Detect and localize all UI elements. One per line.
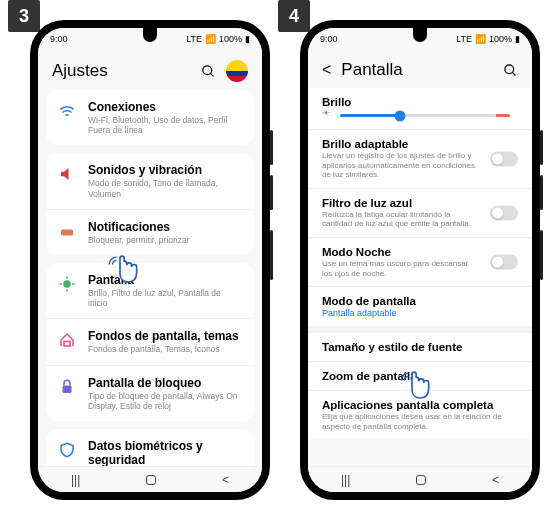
sun-icon: ☀ bbox=[322, 108, 330, 118]
nav-bar: ||| < bbox=[308, 466, 532, 492]
settings-row-pantalla[interactable]: PantallaBrillo, Filtro de luz azul, Pant… bbox=[46, 263, 254, 319]
row-sub: Fondos de pantalla, Temas, Íconos bbox=[88, 344, 242, 354]
svg-rect-8 bbox=[64, 342, 70, 347]
app-header: < Pantalla bbox=[308, 50, 532, 88]
settings-row-notificaciones[interactable]: NotificacionesBloquear, permitir, priori… bbox=[46, 210, 254, 255]
row-modo-noche[interactable]: Modo Noche Use un tema más oscuro para d… bbox=[308, 238, 532, 287]
step-badge-3: 3 bbox=[8, 0, 40, 32]
settings-row-fondos[interactable]: Fondos de pantalla, temasFondos de panta… bbox=[46, 319, 254, 365]
row-sub: Wi-Fi, Bluetooth, Uso de datos, Perfil F… bbox=[88, 115, 242, 135]
signal-icon: 📶 bbox=[475, 34, 486, 44]
row-sub: Elija qué aplicaciones desea usar en la … bbox=[322, 412, 518, 431]
back-button[interactable]: < bbox=[322, 61, 331, 79]
row-title: Aplicaciones pantalla completa bbox=[322, 399, 518, 411]
brightness-section: Brillo ☀ bbox=[308, 88, 532, 130]
row-sub: Tipo de bloqueo de pantalla, Always On D… bbox=[88, 391, 242, 411]
themes-icon bbox=[58, 331, 76, 349]
toggle-switch[interactable] bbox=[490, 151, 518, 166]
settings-row-bloqueo[interactable]: Pantalla de bloqueoTipo de bloqueo de pa… bbox=[46, 366, 254, 421]
row-brillo-adaptable[interactable]: Brillo adaptable Llevar un registro de l… bbox=[308, 130, 532, 189]
page-title: Pantalla bbox=[341, 60, 495, 80]
row-sub: Bloquear, permitir, priorizar bbox=[88, 235, 242, 245]
row-tamano-fuente[interactable]: Tamaño y estilo de fuente bbox=[308, 333, 532, 362]
svg-point-3 bbox=[63, 280, 71, 288]
settings-row-conexiones[interactable]: ConexionesWi-Fi, Bluetooth, Uso de datos… bbox=[46, 90, 254, 145]
lock-icon bbox=[58, 378, 76, 396]
search-icon[interactable] bbox=[503, 63, 518, 78]
country-flag-icon[interactable] bbox=[226, 60, 248, 82]
settings-row-sonidos[interactable]: Sonidos y vibraciónModo de sonido, Tono … bbox=[46, 153, 254, 209]
row-title: Conexiones bbox=[88, 100, 242, 114]
status-network: LTE bbox=[186, 34, 202, 44]
settings-row-biometricos[interactable]: Datos biométricos y seguridadReconocimie… bbox=[46, 429, 254, 466]
brightness-label: Brillo bbox=[322, 96, 518, 108]
svg-rect-2 bbox=[61, 229, 73, 235]
toggle-switch[interactable] bbox=[490, 255, 518, 270]
row-filtro-luz-azul[interactable]: Filtro de luz azul Reduzca la fatiga ocu… bbox=[308, 189, 532, 238]
nav-home[interactable] bbox=[146, 475, 156, 485]
display-icon bbox=[58, 275, 76, 293]
row-link[interactable]: Pantalla adaptable bbox=[322, 308, 518, 318]
toggle-switch[interactable] bbox=[490, 205, 518, 220]
row-title: Tamaño y estilo de fuente bbox=[322, 341, 518, 353]
phone-frame-2: 9:00 LTE 📶 100% ▮ < Pantalla Brillo ☀ Br… bbox=[300, 20, 540, 500]
step-badge-4: 4 bbox=[278, 0, 310, 32]
row-title: Filtro de luz azul bbox=[322, 197, 518, 209]
row-title: Fondos de pantalla, temas bbox=[88, 329, 242, 343]
svg-point-11 bbox=[505, 64, 514, 73]
row-title: Datos biométricos y seguridad bbox=[88, 439, 242, 466]
nav-bar: ||| < bbox=[38, 466, 262, 492]
row-title: Zoom de pantalla bbox=[322, 370, 518, 382]
row-apps-pantalla-completa[interactable]: Aplicaciones pantalla completa Elija qué… bbox=[308, 391, 532, 439]
row-sub: Llevar un registro de los ajustes de bri… bbox=[322, 151, 518, 180]
notch bbox=[143, 28, 157, 42]
status-battery: 100% bbox=[489, 34, 512, 44]
row-title: Notificaciones bbox=[88, 220, 242, 234]
nav-back[interactable]: < bbox=[492, 473, 499, 487]
row-sub: Modo de sonido, Tono de llamada, Volumen bbox=[88, 178, 242, 198]
svg-line-12 bbox=[512, 72, 515, 75]
notification-icon bbox=[58, 222, 76, 240]
row-sub: Reduzca la fatiga ocular limitando la ca… bbox=[322, 210, 518, 229]
row-sub: Brillo, Filtro de luz azul, Pantalla de … bbox=[88, 288, 242, 308]
svg-point-0 bbox=[203, 65, 212, 74]
row-modo-pantalla[interactable]: Modo de pantalla Pantalla adaptable bbox=[308, 287, 532, 327]
brightness-slider[interactable] bbox=[340, 114, 510, 117]
search-icon[interactable] bbox=[201, 64, 216, 79]
wifi-icon bbox=[58, 102, 76, 120]
sound-icon bbox=[58, 165, 76, 183]
shield-icon bbox=[58, 441, 76, 459]
row-title: Modo Noche bbox=[322, 246, 518, 258]
status-time: 9:00 bbox=[320, 34, 338, 44]
signal-icon: 📶 bbox=[205, 34, 216, 44]
status-network: LTE bbox=[456, 34, 472, 44]
nav-recent[interactable]: ||| bbox=[71, 473, 80, 487]
battery-icon: ▮ bbox=[515, 34, 520, 44]
status-battery: 100% bbox=[219, 34, 242, 44]
row-title: Brillo adaptable bbox=[322, 138, 518, 150]
row-title: Pantalla de bloqueo bbox=[88, 376, 242, 390]
row-title: Modo de pantalla bbox=[322, 295, 518, 307]
phone-frame-1: 9:00 LTE 📶 100% ▮ Ajustes ConexionesWi-F… bbox=[30, 20, 270, 500]
row-zoom-pantalla[interactable]: Zoom de pantalla bbox=[308, 362, 532, 391]
svg-rect-9 bbox=[63, 385, 72, 393]
nav-home[interactable] bbox=[416, 475, 426, 485]
app-header: Ajustes bbox=[38, 50, 262, 90]
page-title: Ajustes bbox=[52, 61, 193, 81]
nav-back[interactable]: < bbox=[222, 473, 229, 487]
svg-line-1 bbox=[210, 73, 213, 76]
nav-recent[interactable]: ||| bbox=[341, 473, 350, 487]
row-title: Sonidos y vibración bbox=[88, 163, 242, 177]
status-time: 9:00 bbox=[50, 34, 68, 44]
row-sub: Use un tema más oscuro para descansar lo… bbox=[322, 259, 518, 278]
row-title: Pantalla bbox=[88, 273, 242, 287]
battery-icon: ▮ bbox=[245, 34, 250, 44]
notch bbox=[413, 28, 427, 42]
